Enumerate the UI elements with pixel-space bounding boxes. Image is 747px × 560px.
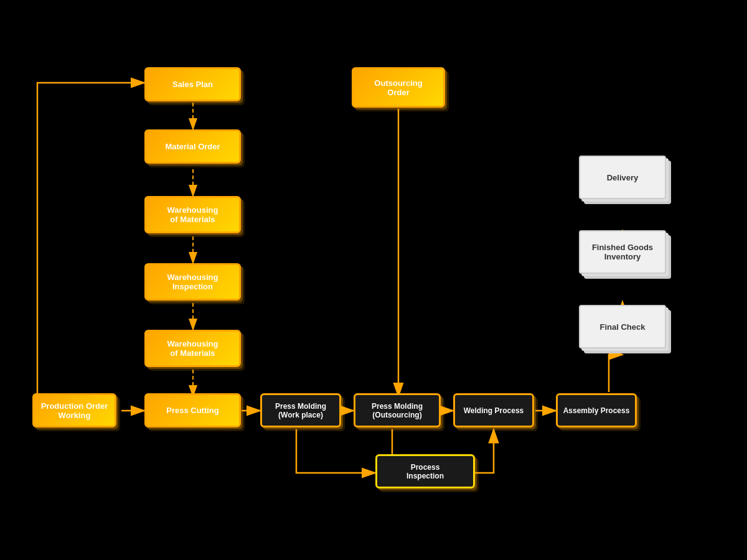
outsourcing-order-box: Outsourcing Order [352, 67, 445, 108]
material-order-box: Material Order [144, 129, 241, 164]
process-inspection-box: Process Inspection [375, 454, 475, 488]
welding-process-box: Welding Process [453, 393, 534, 427]
sales-plan-box: Sales Plan [144, 67, 241, 101]
final-check-box: Final Check [579, 305, 666, 348]
production-order-box: Production Order Working [32, 393, 116, 427]
warehousing-materials1-box: Warehousing of Materials [144, 196, 241, 233]
warehousing-inspection-box: Warehousing Inspection [144, 263, 241, 301]
delivery-box: Delivery [579, 156, 666, 199]
finished-goods-box: Finished Goods Inventory [579, 230, 666, 274]
warehousing-materials2-box: Warehousing of Materials [144, 330, 241, 367]
press-molding-work-box: Press Molding (Work place) [260, 393, 341, 427]
assembly-process-box: Assembly Process [556, 393, 637, 427]
press-molding-out-box: Press Molding (Outsourcing) [354, 393, 441, 427]
flow-diagram: Sales Plan Outsourcing Order Material Or… [0, 0, 747, 560]
press-cutting-box: Press Cutting [144, 393, 241, 427]
